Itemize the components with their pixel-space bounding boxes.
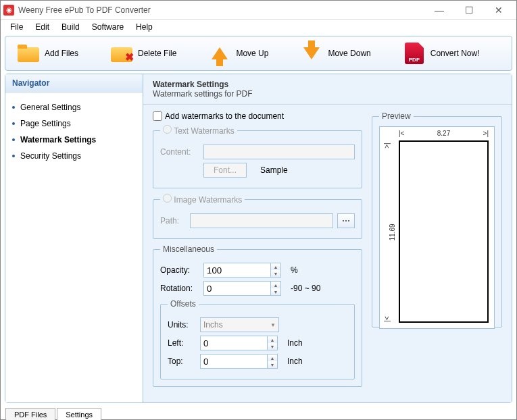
rotation-down-icon[interactable]: ▼ bbox=[271, 288, 280, 295]
rotation-input[interactable] bbox=[203, 281, 271, 296]
ruler-h-start: |< bbox=[399, 130, 404, 137]
top-down-icon[interactable]: ▼ bbox=[268, 361, 277, 368]
enable-watermark-checkbox[interactable] bbox=[153, 111, 162, 121]
content-input[interactable] bbox=[203, 145, 355, 159]
rotation-label: Rotation: bbox=[160, 284, 199, 293]
folder-delete-icon bbox=[111, 43, 132, 64]
ruler-v-end: |< bbox=[383, 316, 391, 321]
menu-file[interactable]: File bbox=[5, 21, 28, 33]
units-value: Inchs bbox=[203, 320, 223, 330]
pdf-icon: PDF bbox=[403, 43, 425, 64]
content: Watermark Settings Watermark settings fo… bbox=[143, 74, 512, 402]
add-files-button[interactable]: Add Files bbox=[11, 40, 85, 67]
opacity-label: Opacity: bbox=[160, 265, 199, 275]
image-watermarks-group: Image Watermarks Path: ⋯ bbox=[153, 194, 362, 239]
left-up-icon[interactable]: ▲ bbox=[268, 336, 277, 343]
menu-build[interactable]: Build bbox=[56, 21, 85, 33]
preview-ruler-vertical: >| 11.69 |< bbox=[384, 142, 396, 323]
offsets-group: Offsets Units: Inchs ▼ Left: bbox=[160, 299, 355, 379]
sample-label: Sample bbox=[260, 165, 288, 175]
toolbar: Add Files Delete File Move Up Move Down … bbox=[5, 36, 512, 71]
left-input[interactable] bbox=[200, 336, 268, 350]
sidebar-item-security[interactable]: Security Settings bbox=[9, 148, 139, 164]
text-watermarks-group: Text Watermarks Content: Font... Sample bbox=[153, 125, 362, 188]
titlebar: ◉ Weeny Free ePub To PDF Converter — ☐ ✕ bbox=[1, 1, 516, 20]
browse-button[interactable]: ⋯ bbox=[337, 213, 355, 228]
minimize-button[interactable]: — bbox=[424, 1, 454, 20]
sidebar-item-page[interactable]: Page Settings bbox=[9, 115, 139, 132]
top-unit: Inch bbox=[287, 357, 303, 366]
sidebar-item-general[interactable]: General Settings bbox=[9, 99, 139, 115]
preview-page bbox=[399, 140, 489, 323]
left-spinner[interactable]: ▲▼ bbox=[200, 336, 278, 350]
folder-add-icon bbox=[18, 43, 39, 64]
main-area: Navigator General Settings Page Settings… bbox=[5, 74, 512, 403]
image-watermark-radio[interactable] bbox=[163, 194, 172, 203]
image-watermark-legend: Image Watermarks bbox=[174, 195, 242, 205]
opacity-unit: % bbox=[291, 265, 298, 275]
window-title: Weeny Free ePub To PDF Converter bbox=[18, 5, 424, 15]
preview-ruler-horizontal: |< 8.27 >| bbox=[399, 130, 489, 140]
settings-column: Add watermarks to the document Text Wate… bbox=[153, 111, 362, 392]
preview-box: |< 8.27 >| >| 11.69 |< bbox=[379, 126, 495, 329]
page-subtitle: Watermark settings for PDF bbox=[153, 89, 502, 99]
menubar: File Edit Build Software Help bbox=[1, 20, 516, 34]
move-down-label: Move Down bbox=[328, 49, 370, 58]
ruler-h-value: 8.27 bbox=[437, 130, 450, 137]
enable-watermark-label: Add watermarks to the document bbox=[165, 111, 284, 121]
left-label: Left: bbox=[168, 338, 196, 348]
menu-software[interactable]: Software bbox=[87, 21, 129, 33]
preview-column: Preview |< 8.27 >| >| 11.69 |< bbox=[372, 111, 502, 392]
content-label: Content: bbox=[160, 147, 199, 157]
left-down-icon[interactable]: ▼ bbox=[268, 343, 277, 350]
tab-pdf-files[interactable]: PDF Files bbox=[5, 408, 55, 420]
opacity-down-icon[interactable]: ▼ bbox=[271, 270, 280, 277]
miscellaneous-group: Miscellaneous Opacity: ▲▼ % Rotation: bbox=[153, 244, 362, 387]
text-watermark-legend: Text Watermarks bbox=[174, 126, 235, 136]
units-select[interactable]: Inchs ▼ bbox=[200, 317, 279, 332]
menu-help[interactable]: Help bbox=[130, 21, 158, 33]
sidebar-item-watermark[interactable]: Watermark Settings bbox=[9, 132, 139, 148]
top-up-icon[interactable]: ▲ bbox=[268, 355, 277, 361]
delete-file-label: Delete File bbox=[138, 49, 176, 58]
ruler-v-value: 11.69 bbox=[389, 224, 396, 240]
arrow-up-icon bbox=[209, 43, 230, 64]
units-label: Units: bbox=[168, 320, 196, 330]
top-spinner[interactable]: ▲▼ bbox=[200, 354, 278, 369]
convert-label: Convert Now! bbox=[430, 49, 480, 58]
top-label: Top: bbox=[168, 357, 196, 366]
ruler-h-end: >| bbox=[483, 130, 489, 137]
page-title: Watermark Settings bbox=[153, 80, 502, 89]
path-input[interactable] bbox=[190, 213, 333, 228]
text-watermark-radio[interactable] bbox=[163, 125, 172, 134]
opacity-spinner[interactable]: ▲▼ bbox=[203, 263, 281, 278]
sidebar-header: Navigator bbox=[5, 74, 143, 93]
path-label: Path: bbox=[160, 216, 186, 226]
opacity-up-icon[interactable]: ▲ bbox=[271, 263, 280, 270]
delete-file-button[interactable]: Delete File bbox=[104, 40, 183, 67]
close-button[interactable]: ✕ bbox=[484, 1, 514, 20]
ruler-v-start: >| bbox=[383, 142, 391, 148]
maximize-button[interactable]: ☐ bbox=[454, 1, 484, 20]
chevron-down-icon: ▼ bbox=[270, 322, 276, 328]
preview-group: Preview |< 8.27 >| >| 11.69 |< bbox=[372, 111, 502, 327]
tab-settings[interactable]: Settings bbox=[57, 408, 101, 420]
rotation-spinner[interactable]: ▲▼ bbox=[203, 281, 281, 296]
menu-edit[interactable]: Edit bbox=[30, 21, 55, 33]
sidebar-list: General Settings Page Settings Watermark… bbox=[5, 93, 143, 171]
content-header: Watermark Settings Watermark settings fo… bbox=[143, 74, 512, 105]
add-files-label: Add Files bbox=[45, 49, 78, 58]
rotation-range: -90 ~ 90 bbox=[291, 284, 320, 293]
move-up-label: Move Up bbox=[236, 49, 268, 58]
enable-watermark-row: Add watermarks to the document bbox=[153, 111, 362, 121]
move-up-button[interactable]: Move Up bbox=[202, 40, 275, 67]
rotation-up-icon[interactable]: ▲ bbox=[271, 282, 280, 288]
move-down-button[interactable]: Move Down bbox=[294, 40, 377, 67]
miscellaneous-legend: Miscellaneous bbox=[160, 244, 217, 254]
top-input[interactable] bbox=[200, 354, 268, 369]
opacity-input[interactable] bbox=[203, 263, 271, 278]
ellipsis-icon: ⋯ bbox=[342, 216, 350, 226]
preview-legend: Preview bbox=[379, 111, 414, 121]
convert-button[interactable]: PDF Convert Now! bbox=[397, 40, 487, 67]
font-button[interactable]: Font... bbox=[203, 163, 247, 178]
